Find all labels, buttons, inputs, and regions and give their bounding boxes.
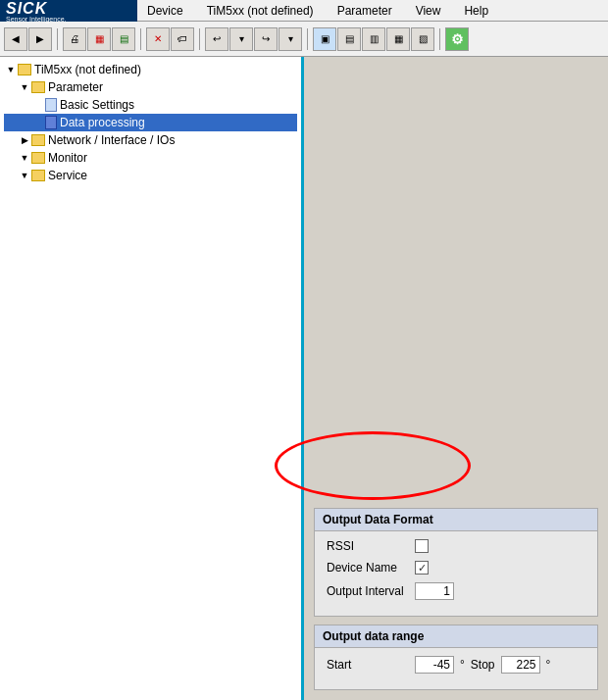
rssi-checkbox[interactable] (415, 539, 429, 553)
data-processing-icon (45, 116, 57, 129)
start-label: Start (327, 658, 415, 672)
output-data-range-box: Output data range Start ° Stop ° (314, 625, 598, 690)
rssi-label: RSSI (327, 539, 415, 553)
stop-label: Stop (471, 658, 495, 672)
save-button[interactable]: ▤ (112, 27, 135, 51)
tree-service[interactable]: ▼ Service (4, 167, 297, 184)
tree-root[interactable]: ▼ TiM5xx (not defined) (4, 61, 297, 78)
layout2-button[interactable]: ▤ (337, 27, 361, 51)
forward-button[interactable]: ▶ (28, 27, 52, 51)
toolbar-separator-1 (57, 28, 58, 50)
device-name-checkbox[interactable] (415, 561, 429, 575)
layout4-button[interactable]: ▦ (386, 27, 410, 51)
basic-settings-icon (45, 98, 57, 112)
app-logo-sub: Sensor Intelligence. (6, 16, 66, 23)
menu-parameter[interactable]: Parameter (331, 2, 398, 20)
output-data-format-title: Output Data Format (315, 509, 597, 531)
tree-parameter[interactable]: ▼ Parameter (4, 78, 297, 96)
stop-input[interactable] (501, 656, 540, 674)
tree-basic-settings[interactable]: ▶ Basic Settings (4, 96, 297, 114)
layout1-button[interactable]: ▣ (313, 27, 336, 51)
monitor-arrow: ▼ (18, 153, 31, 163)
back-button[interactable]: ◀ (4, 27, 27, 51)
menu-device[interactable]: Device (141, 2, 189, 20)
delete-button[interactable]: ✕ (146, 27, 170, 51)
parameter-label: Parameter (48, 80, 103, 94)
rssi-row: RSSI (327, 539, 585, 553)
network-label: Network / Interface / IOs (48, 133, 175, 147)
service-arrow: ▼ (18, 171, 31, 180)
service-folder-icon (31, 170, 45, 181)
menu-tim5xx[interactable]: TiM5xx (not defined) (201, 2, 320, 20)
tree-monitor[interactable]: ▼ Monitor (4, 149, 297, 167)
data-processing-label: Data processing (60, 116, 145, 129)
root-folder-icon (18, 64, 31, 75)
settings-button[interactable]: ⚙ (445, 27, 469, 51)
menu-view[interactable]: View (410, 2, 447, 20)
toolbar-separator-5 (439, 28, 440, 50)
tree-panel: ▼ TiM5xx (not defined) ▼ Parameter ▶ Bas… (0, 57, 304, 700)
output-data-range-title: Output data range (315, 625, 597, 648)
app-logo: SICK (6, 0, 47, 17)
toolbar-separator-3 (199, 28, 200, 50)
start-unit: ° (460, 658, 465, 672)
root-arrow: ▼ (4, 65, 18, 75)
monitor-label: Monitor (48, 151, 87, 165)
stop-unit: ° (546, 658, 551, 672)
device-name-label: Device Name (327, 561, 415, 575)
basic-settings-label: Basic Settings (60, 98, 134, 112)
layout5-button[interactable]: ▧ (411, 27, 434, 51)
redo-dropdown[interactable]: ▾ (279, 27, 302, 51)
toolbar-separator-4 (307, 28, 308, 50)
undo-dropdown[interactable]: ▾ (229, 27, 253, 51)
print-button[interactable]: 🖨 (63, 27, 86, 51)
output-data-format-box: Output Data Format RSSI Device Name Outp… (314, 508, 598, 617)
open-button[interactable]: ▦ (87, 27, 111, 51)
tag-button[interactable]: 🏷 (171, 27, 194, 51)
monitor-folder-icon (31, 152, 45, 164)
output-interval-label: Output Interval (327, 584, 415, 598)
tree-network[interactable]: ▶ Network / Interface / IOs (4, 131, 297, 149)
service-label: Service (48, 169, 87, 182)
network-folder-icon (31, 134, 45, 146)
undo-button[interactable]: ↩ (205, 27, 228, 51)
parameter-folder-icon (31, 81, 45, 93)
menu-help[interactable]: Help (458, 2, 494, 20)
start-input[interactable] (415, 656, 454, 674)
output-interval-input[interactable] (415, 582, 454, 600)
output-interval-row: Output Interval (327, 582, 585, 600)
toolbar-separator-2 (140, 28, 141, 50)
range-row: Start ° Stop ° (327, 656, 585, 674)
root-label: TiM5xx (not defined) (34, 63, 141, 76)
network-arrow: ▶ (18, 135, 31, 145)
device-name-row: Device Name (327, 561, 585, 575)
redo-button[interactable]: ↪ (254, 27, 278, 51)
right-panel: Output Data Format RSSI Device Name Outp… (304, 57, 608, 700)
tree-data-processing[interactable]: ▶ Data processing (4, 114, 297, 131)
parameter-arrow: ▼ (18, 82, 31, 92)
layout3-button[interactable]: ▥ (362, 27, 385, 51)
